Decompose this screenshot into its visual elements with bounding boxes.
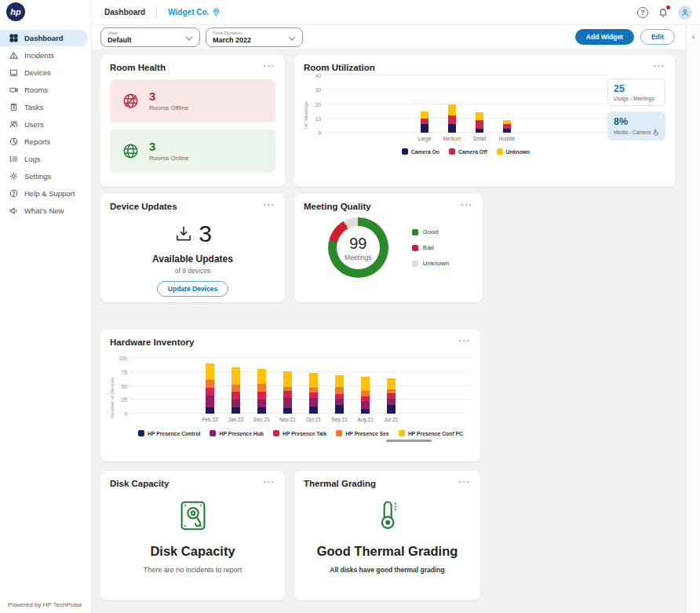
card-menu-icon[interactable] xyxy=(459,338,472,343)
bar-segment xyxy=(421,124,428,133)
sidebar: hp Dashboard Incidents Devices Rooms Tas… xyxy=(0,0,92,613)
usage-meetings-stat[interactable]: 25 Usage - Meetings xyxy=(607,78,665,106)
y-tick-label: 0 xyxy=(124,411,127,417)
disk-capacity-subtext: There are no incidents to report xyxy=(144,566,242,574)
room-utilization-chart: UC Meetings010203040LargeMediumSmallHudd… xyxy=(304,75,607,155)
y-tick-label: 25 xyxy=(122,397,127,403)
y-tick-label: 50 xyxy=(122,383,127,389)
notifications-bell-icon[interactable] xyxy=(658,7,669,18)
thermal-grading-subtext: All disks have good thermal grading xyxy=(330,566,444,574)
sidebar-item-dashboard[interactable]: Dashboard xyxy=(0,30,88,46)
card-menu-icon[interactable] xyxy=(459,479,472,484)
card-menu-icon[interactable] xyxy=(264,479,276,484)
bar-segment xyxy=(283,398,292,408)
sidebar-item-label: Tasks xyxy=(24,103,43,111)
edit-button[interactable]: Edit xyxy=(640,29,675,45)
add-widget-button[interactable]: Add Widget xyxy=(575,29,634,45)
rooms-online-panel[interactable]: 3 Rooms Online xyxy=(110,130,275,173)
available-updates-label: Available Updates xyxy=(152,254,233,265)
y-tick-label: 30 xyxy=(315,87,321,93)
legend-swatch xyxy=(273,430,279,436)
page: hp Dashboard Incidents Devices Rooms Tas… xyxy=(0,0,700,613)
bar-segment xyxy=(387,378,396,389)
bar-segment xyxy=(257,392,266,400)
bar-segment xyxy=(503,129,511,133)
hp-logo-text: hp xyxy=(10,7,20,16)
update-devices-button[interactable]: Update Devices xyxy=(157,281,228,297)
sidebar-item-tasks[interactable]: Tasks xyxy=(0,99,88,115)
sidebar-item-whats-new[interactable]: What's New xyxy=(0,203,88,219)
megaphone-icon xyxy=(9,206,18,215)
account-avatar-icon[interactable] xyxy=(678,5,692,20)
bar-segment xyxy=(448,124,456,133)
stacked-bar xyxy=(448,104,456,133)
legend-item: HP Presence Conf PC xyxy=(399,430,463,436)
stacked-bar xyxy=(309,373,318,414)
stat-value: 25 xyxy=(614,83,659,94)
chart-scrollbar[interactable] xyxy=(386,440,432,442)
card-menu-icon[interactable] xyxy=(264,63,276,68)
bar-segment xyxy=(421,119,428,124)
help-icon[interactable] xyxy=(637,7,648,18)
sidebar-item-settings[interactable]: Settings xyxy=(0,168,88,184)
card-menu-icon[interactable] xyxy=(654,63,666,68)
sidebar-item-label: Dashboard xyxy=(24,34,64,42)
available-updates-count: 3 xyxy=(199,221,212,247)
globe-icon xyxy=(122,142,140,160)
rooms-offline-panel[interactable]: 3 Rooms Offline xyxy=(110,79,275,122)
x-tick-label: Huddle xyxy=(494,136,521,141)
bar-segment xyxy=(448,104,456,116)
company-selector[interactable]: Widget Co. xyxy=(168,8,221,16)
bar-segment xyxy=(387,399,396,405)
sidebar-item-label: Settings xyxy=(24,172,51,181)
meetings-count: 99 xyxy=(349,235,366,253)
sidebar-item-devices[interactable]: Devices xyxy=(0,64,88,81)
rooms-offline-label: Rooms Offline xyxy=(149,104,189,111)
powered-by-text: Powered by HP TechPulse xyxy=(8,601,82,608)
hardware-inventory-card: Hardware Inventory Number of Devices0255… xyxy=(100,330,480,462)
legend-swatch xyxy=(210,430,216,436)
sidebar-item-users[interactable]: Users xyxy=(0,116,88,133)
bar-segment xyxy=(206,388,214,396)
sidebar-item-rooms[interactable]: Rooms xyxy=(0,82,88,98)
legend-item: Unknown xyxy=(497,148,530,155)
rooms-online-count: 3 xyxy=(149,140,189,152)
stacked-bar xyxy=(232,367,240,414)
question-circle-icon xyxy=(9,189,18,198)
x-tick-label: Jan 22 xyxy=(223,417,249,422)
sidebar-item-logs[interactable]: Logs xyxy=(0,151,88,167)
time-duration-value: March 2022 xyxy=(213,36,296,44)
gear-icon xyxy=(9,172,18,181)
hardware-inventory-chart: Number of Devices0255075100Feb 22Jan 22D… xyxy=(110,358,471,436)
bar-segment xyxy=(361,391,370,396)
stacked-bar xyxy=(387,378,396,414)
sidebar-item-help-support[interactable]: Help & Support xyxy=(0,185,88,202)
collapse-chevron-icon[interactable] xyxy=(689,31,698,41)
location-pin-icon xyxy=(212,8,221,16)
clipboard-icon xyxy=(9,103,18,111)
bar-segment xyxy=(361,377,370,391)
card-menu-icon[interactable] xyxy=(461,202,474,207)
sidebar-item-incidents[interactable]: Incidents xyxy=(0,47,88,64)
card-menu-icon[interactable] xyxy=(264,202,276,207)
bar-segment xyxy=(448,115,456,124)
time-duration-dropdown[interactable]: Time Duration March 2022 xyxy=(206,27,303,47)
bar-segment xyxy=(283,408,292,414)
sidebar-item-reports[interactable]: Reports xyxy=(0,133,88,150)
sidebar-item-label: Incidents xyxy=(24,51,54,60)
breadcrumb-dashboard[interactable]: Dashboard xyxy=(104,8,145,16)
donut-center: 99 Meetings xyxy=(337,226,380,269)
bar-segment xyxy=(421,111,428,119)
media-camera-stat[interactable]: 8% Media - Camera xyxy=(607,111,665,140)
bar-segment xyxy=(309,407,318,414)
view-dropdown[interactable]: View Default xyxy=(100,27,200,47)
top-header: Dashboard Widget Co. xyxy=(92,0,700,25)
legend-swatch xyxy=(399,430,405,436)
sidebar-item-label: Users xyxy=(24,120,44,129)
card-title: Room Utilization xyxy=(304,63,375,72)
hp-logo[interactable]: hp xyxy=(6,2,25,21)
hard-drive-icon xyxy=(175,498,211,534)
x-tick-label: Jul 21 xyxy=(378,417,404,422)
sidebar-item-label: Help & Support xyxy=(24,189,75,198)
disk-capacity-heading: Disk Capacity xyxy=(150,544,235,559)
